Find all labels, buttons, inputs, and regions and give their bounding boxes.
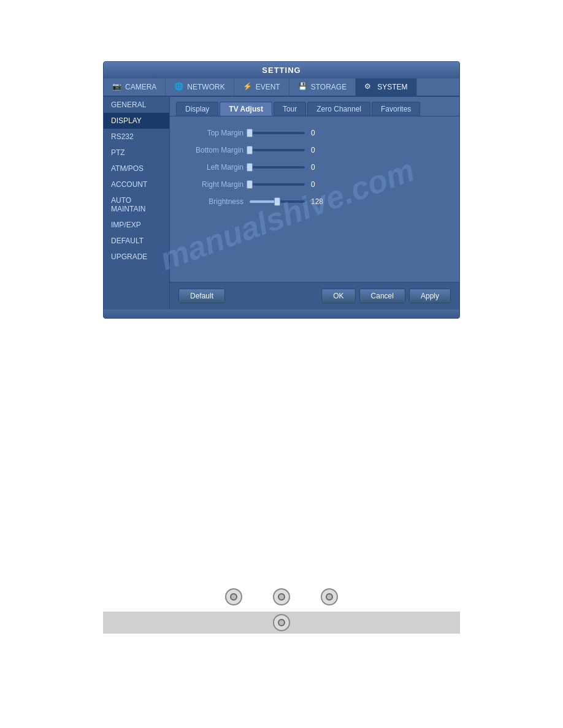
- nav-storage-label: STORAGE: [311, 83, 347, 91]
- top-margin-label: Top Margin: [182, 129, 243, 137]
- tab-tv-adjust[interactable]: TV Adjust: [220, 102, 272, 116]
- bottom-bar-icon: [273, 614, 290, 631]
- nav-event[interactable]: ⚡ EVENT: [234, 78, 289, 96]
- sidebar-item-display[interactable]: DISPLAY: [104, 113, 169, 129]
- sidebar-item-ptz[interactable]: PTZ: [104, 145, 169, 161]
- footer-right-buttons: OK Cancel Apply: [321, 289, 451, 303]
- nav-system-label: SYSTEM: [377, 83, 407, 91]
- bottom-margin-value: 0: [311, 146, 329, 154]
- bottom-icon-2: [273, 588, 290, 605]
- top-nav: 📷 CAMERA 🌐 NETWORK ⚡ EVENT 💾 STORAGE ⚙ S…: [104, 78, 459, 97]
- setting-window: SETTING 📷 CAMERA 🌐 NETWORK ⚡ EVENT 💾 STO…: [103, 61, 460, 319]
- tab-zero-channel[interactable]: Zero Channel: [307, 102, 370, 116]
- left-margin-row: Left Margin 0: [182, 163, 447, 172]
- sidebar-item-rs232[interactable]: RS232: [104, 129, 169, 145]
- sidebar-item-account[interactable]: ACCOUNT: [104, 176, 169, 192]
- bottom-icon-2-inner: [278, 593, 285, 601]
- footer-bar: Default OK Cancel Apply: [170, 282, 459, 309]
- bottom-icon-3-inner: [326, 593, 333, 601]
- bottom-bar-icon-inner: [278, 619, 285, 626]
- top-margin-track[interactable]: [250, 132, 305, 134]
- tab-tour[interactable]: Tour: [274, 102, 306, 116]
- right-margin-label: Right Margin: [182, 180, 243, 189]
- icons-row: [103, 588, 460, 605]
- sidebar-item-atm-pos[interactable]: ATM/POS: [104, 161, 169, 176]
- nav-camera[interactable]: 📷 CAMERA: [104, 78, 166, 96]
- nav-system[interactable]: ⚙ SYSTEM: [356, 78, 416, 96]
- settings-content: Top Margin 0 Bottom Margin 0: [170, 116, 459, 282]
- main-panel: Display TV Adjust Tour Zero Channel Favo…: [170, 97, 459, 309]
- bottom-margin-track[interactable]: [250, 149, 305, 151]
- window-title: SETTING: [262, 66, 301, 75]
- nav-camera-label: CAMERA: [125, 83, 156, 91]
- brightness-row: Brightness 128: [182, 197, 447, 206]
- ok-button[interactable]: OK: [321, 289, 355, 303]
- bottom-strip: [104, 309, 459, 318]
- tab-display[interactable]: Display: [176, 102, 218, 116]
- tab-favorites[interactable]: Favorites: [372, 102, 420, 116]
- sidebar-item-default[interactable]: DEFAULT: [104, 233, 169, 249]
- camera-icon: 📷: [112, 82, 122, 92]
- top-margin-value: 0: [311, 129, 329, 137]
- system-icon: ⚙: [364, 82, 374, 92]
- brightness-track[interactable]: [250, 200, 305, 203]
- sidebar-item-auto-maintain[interactable]: AUTO MAINTAIN: [104, 192, 169, 217]
- bottom-icon-1-inner: [230, 593, 237, 601]
- sidebar-item-general[interactable]: GENERAL: [104, 97, 169, 113]
- sidebar: GENERAL DISPLAY RS232 PTZ ATM/POS ACCOUN…: [104, 97, 170, 309]
- brightness-label: Brightness: [182, 197, 243, 206]
- bottom-icon-1: [225, 588, 242, 605]
- sidebar-item-imp-exp[interactable]: IMP/EXP: [104, 217, 169, 233]
- left-margin-value: 0: [311, 163, 329, 172]
- nav-network-label: NETWORK: [187, 83, 224, 91]
- left-margin-track[interactable]: [250, 166, 305, 169]
- bottom-icon-3: [321, 588, 338, 605]
- cancel-button[interactable]: Cancel: [359, 289, 405, 303]
- sidebar-item-upgrade[interactable]: UPGRADE: [104, 249, 169, 265]
- network-icon: 🌐: [174, 82, 184, 92]
- brightness-value: 128: [311, 197, 329, 206]
- right-margin-row: Right Margin 0: [182, 180, 447, 189]
- nav-storage[interactable]: 💾 STORAGE: [289, 78, 356, 96]
- nav-network[interactable]: 🌐 NETWORK: [166, 78, 234, 96]
- left-margin-label: Left Margin: [182, 163, 243, 172]
- right-margin-track[interactable]: [250, 183, 305, 186]
- bottom-icons-area: [103, 588, 460, 634]
- event-icon: ⚡: [243, 82, 253, 92]
- nav-event-label: EVENT: [256, 83, 280, 91]
- sub-tabs: Display TV Adjust Tour Zero Channel Favo…: [170, 97, 459, 116]
- bottom-margin-label: Bottom Margin: [182, 146, 243, 154]
- apply-button[interactable]: Apply: [409, 289, 451, 303]
- bottom-bar: [103, 612, 460, 634]
- top-margin-row: Top Margin 0: [182, 129, 447, 137]
- bottom-margin-row: Bottom Margin 0: [182, 146, 447, 154]
- right-margin-value: 0: [311, 180, 329, 189]
- default-button[interactable]: Default: [178, 289, 225, 303]
- content-area: GENERAL DISPLAY RS232 PTZ ATM/POS ACCOUN…: [104, 97, 459, 309]
- title-bar: SETTING: [104, 62, 459, 78]
- storage-icon: 💾: [298, 82, 308, 92]
